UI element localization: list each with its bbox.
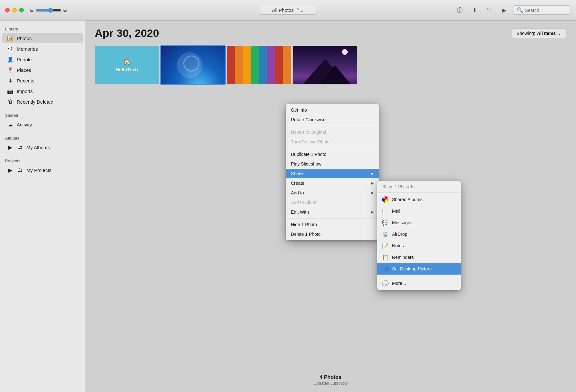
close-button[interactable] <box>5 8 10 13</box>
submenu-item-shared-albums[interactable]: Shared Albums <box>377 194 461 205</box>
my-albums-icon: 🗂 <box>17 144 23 150</box>
edit-with-arrow-icon: ▶ <box>371 210 374 214</box>
share-label: Share <box>291 171 303 176</box>
context-menu-share[interactable]: Share ▶ <box>286 169 379 178</box>
submenu-item-reminders[interactable]: 📋 Reminders <box>377 251 461 263</box>
airdrop-label: AirDrop <box>392 232 407 237</box>
sidebar-item-activity[interactable]: ☁ Activity <box>2 119 83 130</box>
submenu-item-mail[interactable]: ✉️ Mail <box>377 205 461 217</box>
submenu-sep-0 <box>377 192 461 192</box>
sidebar-item-recents[interactable]: ⬇ Recents <box>2 75 83 86</box>
reminders-label: Reminders <box>392 255 414 260</box>
mail-icon: ✉️ <box>382 208 389 215</box>
photo-thumb-3[interactable] <box>227 46 291 84</box>
sidebar-item-photos[interactable]: 🖼️ Photos <box>2 33 83 43</box>
info-button[interactable]: ⓘ <box>454 4 466 16</box>
sidebar-item-activity-label: Activity <box>17 122 32 127</box>
more-icon: … <box>382 280 389 287</box>
share-button[interactable]: ⬆ <box>469 4 480 16</box>
my-projects-icon: 🗂 <box>17 167 23 173</box>
submenu-item-more[interactable]: … More... <box>377 277 461 289</box>
context-menu-revert: Revert to Original <box>286 127 379 137</box>
photo-count: 4 Photos <box>85 374 576 380</box>
sidebar-item-memories[interactable]: ⏱ Memories <box>2 44 83 54</box>
favorite-button[interactable]: ♡ <box>484 4 495 16</box>
messages-icon: 💬 <box>382 219 389 226</box>
showing-label: Showing: <box>517 31 535 36</box>
sidebar-item-imports[interactable]: 📷 Imports <box>2 86 83 96</box>
sidebar-item-places[interactable]: 📍 Places <box>2 65 83 75</box>
content-footer: 4 Photos Updated Just Now <box>85 374 576 386</box>
revert-label: Revert to Original <box>291 130 326 135</box>
menu-sep-2 <box>286 148 379 148</box>
imports-icon: 📷 <box>7 88 13 94</box>
all-photos-label: All Photos <box>272 7 294 13</box>
context-menu-edit-with[interactable]: Edit With ▶ <box>286 207 379 217</box>
sidebar-item-my-albums[interactable]: ▶ 🗂 My Albums <box>2 142 83 152</box>
maximize-button[interactable] <box>19 8 24 13</box>
sidebar-item-people[interactable]: 👤 People <box>2 54 83 64</box>
submenu-item-airdrop[interactable]: 📡 AirDrop <box>377 228 461 240</box>
context-menu-hide[interactable]: Hide 1 Photo <box>286 220 379 229</box>
notes-icon: 📝 <box>382 242 389 249</box>
recents-icon: ⬇ <box>7 77 13 84</box>
zoom-slider-group: ⊟ ⊞ <box>30 8 67 13</box>
context-menu-get-info[interactable]: Get Info <box>286 105 379 115</box>
photo-thumb-4[interactable] <box>293 46 357 84</box>
photo-1-placeholder: 🏠 HelloTech <box>95 46 159 84</box>
sidebar-item-my-projects[interactable]: ▶ 🗂 My Projects <box>2 165 83 175</box>
albums-section-label: Albums <box>0 133 85 142</box>
hellotech-logo: 🏠 HelloTech <box>116 58 138 72</box>
shared-section-label: Shared <box>0 111 85 119</box>
add-to-album-label: Add to Album <box>291 200 318 205</box>
rotate-cw-label: Rotate Clockwise <box>291 117 326 122</box>
submenu-item-messages[interactable]: 💬 Messages <box>377 217 461 228</box>
sidebar: Library 🖼️ Photos ⏱ Memories 👤 People 📍 … <box>0 21 85 392</box>
titlebar-center: All Photos ⌃⌄ <box>259 6 317 15</box>
sidebar-item-places-label: Places <box>17 67 31 73</box>
photo-thumb-1[interactable]: 🏠 HelloTech <box>95 46 159 84</box>
context-menu: Get Info Rotate Clockwise Revert to Orig… <box>286 104 379 240</box>
context-menu-create[interactable]: Create ▶ <box>286 178 379 188</box>
sidebar-item-recently-deleted-label: Recently Deleted <box>17 99 53 105</box>
photo-thumb-2[interactable] <box>161 46 225 84</box>
airdrop-icon: 📡 <box>382 231 389 238</box>
chevron-updown-icon: ⌃⌄ <box>296 7 304 13</box>
context-menu-delete[interactable]: Delete 1 Photo <box>286 229 379 239</box>
duplicate-label: Duplicate 1 Photo <box>291 152 327 157</box>
showing-value: All Items <box>537 31 556 36</box>
chevron-down-icon: ⌄ <box>558 31 562 36</box>
traffic-lights <box>5 8 24 13</box>
create-arrow-icon: ▶ <box>371 181 374 185</box>
main-layout: Library 🖼️ Photos ⏱ Memories 👤 People 📍 … <box>0 21 576 392</box>
minimize-button[interactable] <box>12 8 17 13</box>
submenu-item-set-desktop[interactable]: Set Desktop Picture <box>377 263 461 275</box>
photo-3-placeholder <box>227 46 291 84</box>
photo-4-placeholder <box>293 46 357 84</box>
context-menu-slideshow[interactable]: Play Slideshow <box>286 159 379 169</box>
all-photos-dropdown[interactable]: All Photos ⌃⌄ <box>259 6 317 15</box>
projects-section-label: Projects <box>0 156 85 165</box>
my-albums-arrow-icon: ▶ <box>7 144 13 150</box>
reminders-icon: 📋 <box>382 254 389 261</box>
set-desktop-label: Set Desktop Picture <box>392 266 432 271</box>
sidebar-item-photos-label: Photos <box>17 36 32 41</box>
showing-dropdown[interactable]: Showing: All Items ⌄ <box>512 29 566 38</box>
shared-albums-icon <box>382 196 389 203</box>
submenu-sep-1 <box>377 276 461 276</box>
submenu-item-notes[interactable]: 📝 Notes <box>377 240 461 251</box>
context-menu-rotate-cw[interactable]: Rotate Clockwise <box>286 115 379 124</box>
add-to-arrow-icon: ▶ <box>371 191 374 195</box>
delete-label: Delete 1 Photo <box>291 232 321 237</box>
menu-sep-1 <box>286 126 379 126</box>
zoom-slider[interactable] <box>36 8 61 13</box>
set-desktop-icon <box>382 265 389 272</box>
menu-sep-3 <box>286 218 379 218</box>
context-menu-add-to[interactable]: Add to ▶ <box>286 188 379 198</box>
slideshow-button[interactable]: ▶ <box>498 4 510 16</box>
sidebar-item-recently-deleted[interactable]: 🗑 Recently Deleted <box>2 97 83 107</box>
context-menu-duplicate[interactable]: Duplicate 1 Photo <box>286 149 379 159</box>
people-icon: 👤 <box>7 56 13 63</box>
context-menu-live-photo: Turn On Live Photo <box>286 137 379 147</box>
search-input[interactable] <box>525 8 563 13</box>
